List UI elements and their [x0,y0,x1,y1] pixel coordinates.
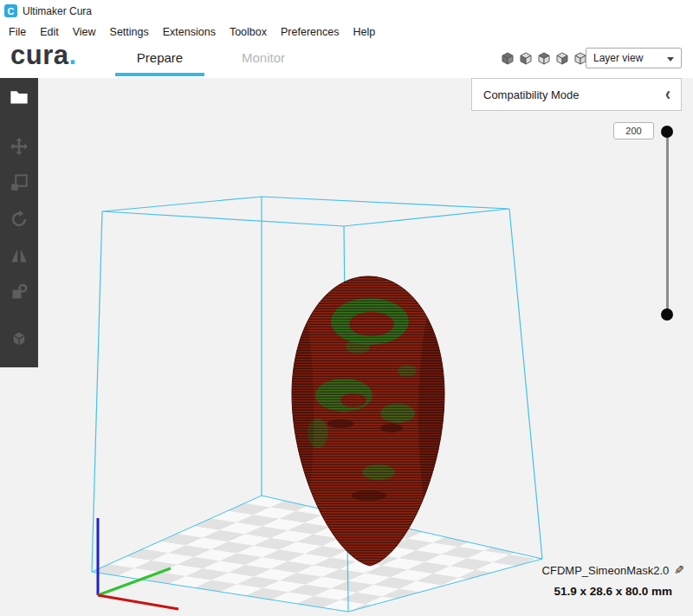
per-model-settings-button[interactable] [0,274,38,310]
model-info: CFDMP_SimeonMask2.0✎ 51.9 x 28.6 x 80.0 … [542,563,684,598]
move-button[interactable] [0,128,38,165]
open-file-button[interactable] [0,78,38,116]
menu-bar: File Edit View Settings Extensions Toolb… [2,23,382,41]
window-title: Ultimaker Cura [23,5,92,17]
build-plate [92,496,542,612]
scale-button[interactable] [0,165,38,201]
model-name: CFDMP_SimeonMask2.0 [542,564,670,577]
rotate-icon [10,211,28,228]
rename-pencil-icon[interactable]: ✎ [674,563,684,577]
move-icon [10,138,28,155]
cura-logo: cura. [10,40,77,71]
active-tab-underline [115,73,204,76]
camera-view-buttons [501,51,587,65]
tab-monitor[interactable]: Monitor [232,50,295,65]
mirror-button[interactable] [0,237,38,274]
tab-prepare[interactable]: Prepare [115,50,204,65]
compatibility-mode-label: Compatibility Mode [483,88,580,101]
view-3d-icon[interactable] [501,51,515,65]
support-blocker-button[interactable] [0,321,38,357]
title-bar: C Ultimaker Cura [0,0,693,22]
menu-file[interactable]: File [2,23,33,41]
support-blocker-icon [10,330,28,347]
view-front-icon[interactable] [519,51,533,65]
menu-preferences[interactable]: Preferences [274,23,346,41]
cura-app-icon: C [4,4,17,17]
scale-icon [10,174,28,191]
menu-toolbox[interactable]: Toolbox [223,23,274,41]
rotate-button[interactable] [0,201,38,237]
view-top-icon[interactable] [537,51,551,65]
model-dimensions: 51.9 x 28.6 x 80.0 mm [542,585,672,598]
mirror-icon [10,247,28,264]
open-file-icon [10,89,29,105]
layer-slider-handle-top[interactable] [661,126,673,138]
menu-view[interactable]: View [66,23,103,41]
chevron-left-icon[interactable]: ‹ [665,85,670,104]
compatibility-mode-panel[interactable]: Compatibility Mode ‹ [471,78,682,111]
cura-logo-dot: . [68,40,76,70]
header: C Ultimaker Cura File Edit View Settings… [0,0,693,78]
cura-window: C Ultimaker Cura File Edit View Settings… [0,0,693,616]
menu-extensions[interactable]: Extensions [156,23,223,41]
view-mode-dropdown[interactable]: Layer view [586,48,682,68]
view-mode-value: Layer view [593,52,643,64]
chevron-down-icon [667,57,674,62]
layer-value-box: 200 [613,122,654,139]
per-model-settings-icon [10,283,28,301]
tool-sidebar [0,78,38,367]
layer-slider-handle-bottom[interactable] [661,308,673,321]
menu-edit[interactable]: Edit [33,23,66,41]
menu-settings[interactable]: Settings [103,23,156,41]
menu-help[interactable]: Help [346,23,382,41]
layer-slider-track[interactable] [666,132,669,315]
view-left-icon[interactable] [555,51,569,65]
